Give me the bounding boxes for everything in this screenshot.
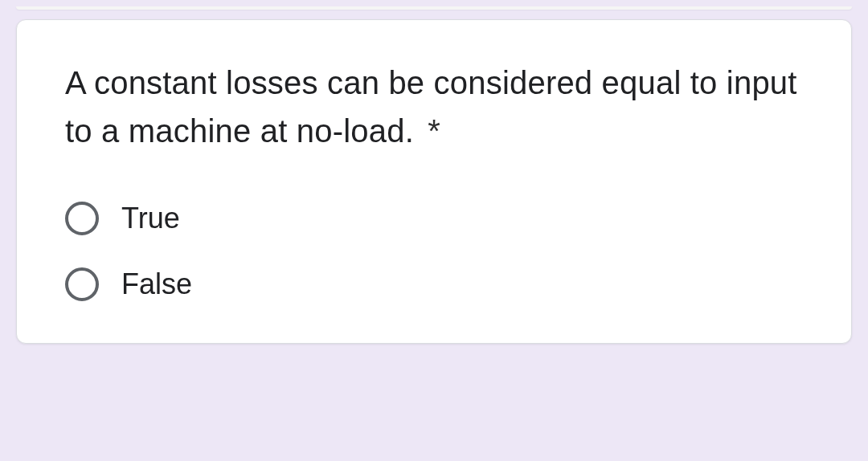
radio-icon[interactable] (65, 202, 99, 235)
option-false[interactable]: False (65, 267, 803, 301)
question-card: A constant losses can be considered equa… (16, 19, 852, 344)
options-group: True False (65, 202, 803, 301)
top-card-edge (16, 6, 852, 10)
option-label: True (121, 202, 180, 235)
required-asterisk-icon: * (428, 113, 440, 149)
option-label: False (121, 267, 192, 301)
option-true[interactable]: True (65, 202, 803, 235)
question-text: A constant losses can be considered equa… (65, 59, 803, 155)
radio-icon[interactable] (65, 267, 99, 301)
